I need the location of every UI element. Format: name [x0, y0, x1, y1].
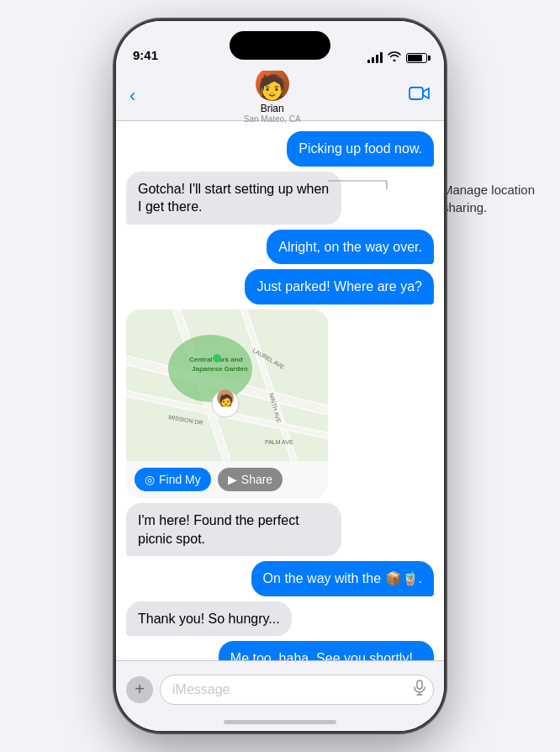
sent-bubble: Just parked! Where are ya?	[245, 269, 434, 305]
contact-name: Brian	[261, 103, 284, 114]
message-placeholder: iMessage	[172, 682, 230, 697]
back-button[interactable]: ‹	[129, 87, 135, 105]
svg-text:Japanese Garden: Japanese Garden	[192, 365, 248, 373]
svg-rect-21	[417, 681, 422, 689]
received-bubble: I'm here! Found the perfect picnic spot.	[126, 503, 341, 556]
phone-frame: 9:41	[116, 21, 444, 731]
received-bubble: Thank you! So hungry...	[126, 601, 292, 637]
svg-rect-0	[409, 87, 423, 99]
share-icon: ▶	[228, 473, 237, 486]
message-row: Thank you! So hungry...	[126, 601, 434, 637]
home-bar	[224, 720, 336, 724]
battery-icon	[406, 53, 427, 63]
avatar: 🧑	[256, 67, 289, 101]
map-bubble[interactable]: Central Park and Japanese Garden LAUREL …	[126, 310, 328, 498]
map-view[interactable]: Central Park and Japanese Garden LAUREL …	[126, 310, 328, 461]
map-actions: ◎ Find My ▶ Share	[126, 461, 328, 498]
mic-button[interactable]	[413, 680, 426, 700]
svg-text:🧑: 🧑	[219, 394, 234, 408]
contact-location: San Mateo, CA	[244, 114, 301, 124]
conversation-header: ‹ 🧑 Brian San Mateo, CA	[116, 71, 444, 121]
message-row: Me too, haha. See you shortly! 😎	[126, 641, 434, 660]
back-chevron-icon: ‹	[129, 87, 135, 105]
message-row: On the way with the 📦🧋.	[126, 561, 434, 596]
sent-bubble: Picking up food now.	[287, 131, 434, 167]
dynamic-island	[230, 31, 330, 60]
svg-text:PALM AVE: PALM AVE	[265, 439, 293, 445]
message-row: Just parked! Where are ya?	[126, 269, 434, 305]
status-time: 9:41	[133, 48, 158, 64]
sent-bubble: Alright, on the way over.	[267, 230, 434, 265]
message-input-container[interactable]: iMessage	[160, 675, 434, 705]
status-icons	[367, 51, 427, 64]
wifi-icon	[388, 51, 401, 64]
message-row: Alright, on the way over.	[126, 230, 434, 265]
message-row: Picking up food now.	[126, 131, 434, 167]
sent-bubble: On the way with the 📦🧋.	[251, 561, 434, 596]
svg-point-13	[213, 354, 221, 363]
messages-list[interactable]: Picking up food now. Gotcha! I'll start …	[116, 121, 444, 660]
signal-icon	[367, 53, 383, 63]
sent-bubble: Me too, haha. See you shortly! 😎	[219, 641, 434, 660]
message-row: Gotcha! I'll start setting up when I get…	[126, 172, 434, 225]
facetime-button[interactable]	[409, 85, 431, 107]
message-row: I'm here! Found the perfect picnic spot.	[126, 503, 434, 556]
contact-info[interactable]: 🧑 Brian San Mateo, CA	[244, 67, 301, 124]
find-my-button[interactable]: ◎ Find My	[135, 468, 211, 491]
find-my-icon: ◎	[145, 473, 155, 486]
add-attachment-button[interactable]: +	[126, 676, 153, 703]
share-location-button[interactable]: ▶ Share	[218, 468, 283, 491]
received-bubble: Gotcha! I'll start setting up when I get…	[126, 172, 341, 225]
map-message-row: Central Park and Japanese Garden LAUREL …	[126, 310, 434, 498]
manage-location-annotation: Manage location sharing.	[442, 181, 535, 216]
